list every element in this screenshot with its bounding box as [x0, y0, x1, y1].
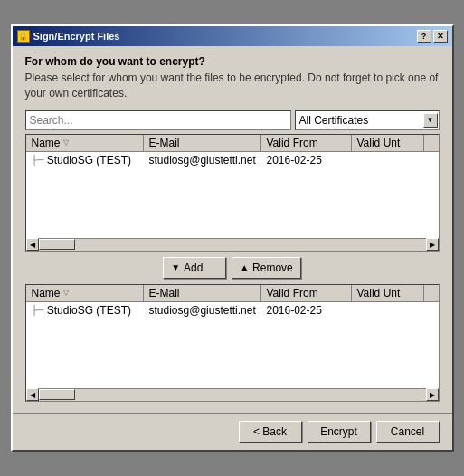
lower-row-valid-until [352, 309, 424, 311]
upper-col-valid-from: Valid From [261, 135, 352, 151]
lower-table-row[interactable]: ├─ StudioSG (TEST) studiosg@giustetti.ne… [26, 302, 439, 319]
back-button[interactable]: < Back [239, 421, 302, 443]
footer-row: < Back Encrypt Cancel [13, 413, 452, 450]
tree-expand-icon: ├─ [32, 155, 44, 165]
upper-col-name: Name ▽ [26, 135, 144, 151]
add-icon: ▼ [171, 262, 180, 272]
upper-col-valid-until: Valid Unt [352, 135, 424, 151]
lower-col-valid-from: Valid From [261, 285, 352, 301]
upper-row-valid-until [352, 159, 424, 161]
scroll-right-btn[interactable]: ▶ [426, 238, 439, 251]
encrypt-button[interactable]: Encrypt [308, 421, 371, 443]
cancel-button[interactable]: Cancel [376, 421, 440, 443]
certificate-filter-dropdown[interactable]: All Certificates My Certificates Other C… [295, 110, 440, 130]
close-button[interactable]: ✕ [433, 30, 448, 43]
lower-table-header: Name ▽ E-Mail Valid From Valid Unt [26, 285, 439, 302]
add-button[interactable]: ▼ Add [163, 257, 226, 279]
scroll-track [39, 239, 426, 251]
lower-col-email: E-Mail [144, 285, 261, 301]
description-title: For whom do you want to encrypt? [25, 55, 440, 68]
lower-row-valid-from: 2016-02-25 [261, 303, 352, 318]
lower-tree-icon: ├─ [32, 305, 44, 315]
scroll-thumb[interactable] [39, 239, 75, 250]
dialog-title: Sign/Encrypt Files [33, 31, 120, 42]
lower-col-valid-until: Valid Unt [352, 285, 424, 301]
title-bar-left: 🔒 Sign/Encrypt Files [17, 30, 120, 43]
lower-certificate-table: Name ▽ E-Mail Valid From Valid Unt ├─ S [25, 284, 440, 402]
lock-icon: 🔒 [17, 30, 30, 43]
remove-icon: ▲ [240, 262, 249, 272]
lower-table-scrollbar[interactable]: ◀ ▶ [26, 388, 439, 401]
lower-row-name: ├─ StudioSG (TEST) [26, 303, 144, 318]
search-row: All Certificates My Certificates Other C… [25, 110, 440, 130]
add-remove-row: ▼ Add ▲ Remove [25, 257, 440, 279]
search-input[interactable] [25, 110, 291, 130]
sort-icon-name: ▽ [63, 138, 69, 147]
upper-row-name: ├─ StudioSG (TEST) [26, 153, 144, 167]
lower-col-name: Name ▽ [26, 285, 144, 301]
lower-scroll-right-btn[interactable]: ▶ [426, 388, 439, 401]
lower-row-email: studiosg@giustetti.net [144, 303, 261, 318]
lower-scroll-left-btn[interactable]: ◀ [26, 388, 39, 401]
upper-col-email: E-Mail [144, 135, 261, 151]
description-text: Please select for whom you want the file… [25, 71, 440, 101]
remove-button[interactable]: ▲ Remove [232, 257, 301, 279]
lower-table-body: ├─ StudioSG (TEST) studiosg@giustetti.ne… [26, 302, 439, 388]
dropdown-wrapper: All Certificates My Certificates Other C… [295, 110, 440, 130]
lower-sort-icon-name: ▽ [63, 289, 69, 297]
lower-scroll-track [39, 389, 426, 401]
title-bar: 🔒 Sign/Encrypt Files ? ✕ [13, 26, 452, 46]
upper-table-header: Name ▽ E-Mail Valid From Valid Unt [26, 135, 439, 152]
title-bar-buttons: ? ✕ [417, 30, 448, 43]
upper-row-email: studiosg@giustetti.net [144, 153, 261, 167]
lower-scroll-thumb[interactable] [39, 389, 75, 400]
dialog-window: 🔒 Sign/Encrypt Files ? ✕ For whom do you… [11, 24, 454, 452]
upper-row-valid-from: 2016-02-25 [261, 153, 352, 167]
upper-table-scrollbar[interactable]: ◀ ▶ [26, 238, 439, 251]
scroll-left-btn[interactable]: ◀ [26, 238, 39, 251]
upper-certificate-table: Name ▽ E-Mail Valid From Valid Unt ├─ S [25, 134, 440, 252]
upper-table-row[interactable]: ├─ StudioSG (TEST) studiosg@giustetti.ne… [26, 152, 439, 168]
upper-table-body: ├─ StudioSG (TEST) studiosg@giustetti.ne… [26, 152, 439, 238]
help-button[interactable]: ? [417, 30, 431, 43]
dialog-body: For whom do you want to encrypt? Please … [13, 46, 452, 413]
